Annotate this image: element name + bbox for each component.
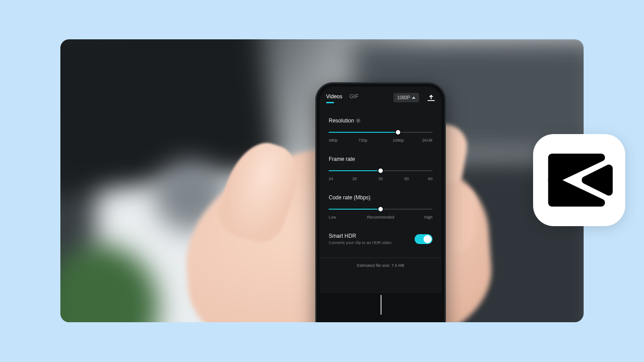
- export-icon[interactable]: [427, 94, 435, 102]
- resolution-label: Resolution: [329, 118, 354, 124]
- resolution-ticks: 480p 720p 1080p 2K/4k: [329, 138, 432, 143]
- coderate-ticks: Low Recommended High: [329, 215, 432, 220]
- estimated-file-size: Estimated file size: 7.6 MB: [329, 258, 432, 275]
- promo-card: Videos GIF 1080P Resolution ?: [60, 39, 584, 322]
- chevron-up-icon: [412, 97, 415, 99]
- timeline-preview: [320, 293, 441, 322]
- smart-hdr-title: Smart HDR: [329, 233, 392, 239]
- coderate-slider[interactable]: [329, 206, 432, 212]
- framerate-group: Frame rate 24 25 30 50 60: [329, 156, 432, 182]
- framerate-label: Frame rate: [329, 156, 355, 162]
- resolution-group: Resolution ? 480p 720p 1080p 2K/4k: [329, 118, 432, 143]
- framerate-slider[interactable]: [329, 168, 432, 174]
- smart-hdr-group: Smart HDR Converts your clip to an HDR v…: [329, 233, 432, 245]
- resolution-dropdown[interactable]: 1080P: [394, 93, 419, 102]
- resolution-slider[interactable]: [329, 129, 432, 135]
- smart-hdr-subtitle: Converts your clip to an HDR video: [329, 240, 392, 245]
- coderate-group: Code rate (Mbps) Low Recommended High: [329, 194, 432, 220]
- capcut-logo-icon: [546, 151, 613, 209]
- framerate-ticks: 24 25 30 50 60: [329, 177, 432, 182]
- smart-hdr-toggle[interactable]: [415, 234, 432, 244]
- playhead: [381, 295, 381, 315]
- capcut-app-badge: [533, 134, 625, 226]
- top-bar: Videos GIF 1080P: [320, 87, 441, 105]
- phone-frame: Videos GIF 1080P Resolution ?: [315, 82, 446, 322]
- export-settings-panel: Resolution ? 480p 720p 1080p 2K/4k: [320, 105, 441, 275]
- phone-screen: Videos GIF 1080P Resolution ?: [320, 87, 441, 322]
- info-icon[interactable]: ?: [356, 118, 360, 123]
- export-tabs: Videos GIF: [326, 93, 358, 102]
- coderate-label: Code rate (Mbps): [329, 194, 370, 201]
- tab-videos[interactable]: Videos: [326, 93, 342, 102]
- resolution-dropdown-label: 1080P: [397, 95, 410, 100]
- tab-gif[interactable]: GIF: [349, 93, 358, 102]
